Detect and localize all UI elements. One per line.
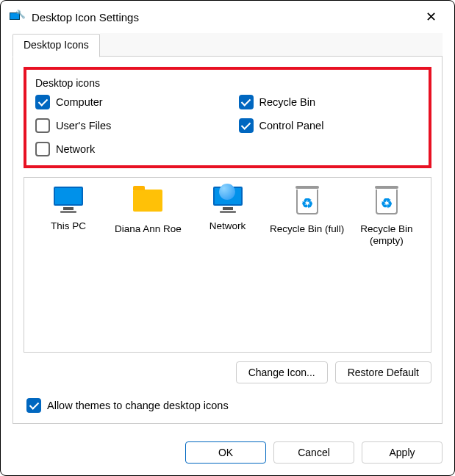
tabstrip-filler — [100, 33, 443, 57]
check-users-files[interactable]: User's Files — [35, 118, 217, 133]
cancel-button[interactable]: Cancel — [273, 441, 354, 464]
ok-button[interactable]: OK — [185, 441, 266, 464]
icon-label: Diana Ann Roe — [110, 223, 186, 235]
icon-preview-well: This PC Diana Ann Roe Network ♻ Recycle … — [24, 177, 431, 353]
icon-item-this-pc[interactable]: This PC — [30, 187, 107, 343]
checkbox-label: Allow themes to change desktop icons — [47, 400, 229, 411]
app-icon: 🔧 — [10, 10, 24, 24]
icon-label: Network — [189, 220, 265, 232]
dialog-footer: OK Cancel Apply — [1, 431, 454, 475]
window-title: Desktop Icon Settings — [32, 11, 416, 24]
apply-button[interactable]: Apply — [362, 441, 443, 464]
icon-item-network[interactable]: Network — [189, 187, 265, 343]
icon-label: Recycle Bin (empty) — [348, 223, 425, 247]
icon-item-recycle-full[interactable]: ♻ Recycle Bin (full) — [269, 187, 345, 343]
checkbox-icon — [239, 118, 254, 133]
allow-themes-checkbox[interactable]: Allow themes to change desktop icons — [24, 398, 431, 413]
restore-default-button[interactable]: Restore Default — [335, 361, 431, 383]
change-icon-button[interactable]: Change Icon... — [236, 361, 328, 383]
icon-buttons-row: Change Icon... Restore Default — [24, 361, 431, 383]
monitor-icon — [51, 187, 86, 216]
checkbox-icon — [35, 118, 50, 133]
icon-label: This PC — [30, 220, 107, 232]
network-icon — [210, 187, 246, 216]
icon-item-recycle-empty[interactable]: ♻ Recycle Bin (empty) — [348, 187, 425, 343]
content-area: Desktop Icons Desktop icons Computer Rec… — [1, 33, 454, 431]
tabstrip: Desktop Icons — [12, 33, 443, 57]
dialog-window: 🔧 Desktop Icon Settings ✕ Desktop Icons … — [0, 0, 455, 476]
titlebar: 🔧 Desktop Icon Settings ✕ — [1, 1, 454, 33]
close-icon: ✕ — [426, 9, 437, 25]
icon-label: Recycle Bin (full) — [269, 223, 345, 235]
recycle-bin-full-icon: ♻ — [290, 190, 325, 219]
close-button[interactable]: ✕ — [416, 5, 445, 29]
check-computer[interactable]: Computer — [35, 95, 217, 109]
checkbox-label: Network — [56, 143, 95, 155]
checkbox-icon — [35, 142, 50, 156]
checkbox-icon — [35, 95, 50, 109]
checkbox-icon — [26, 398, 41, 413]
icon-item-user-folder[interactable]: Diana Ann Roe — [110, 187, 186, 343]
checkbox-label: User's Files — [56, 120, 111, 131]
check-network[interactable]: Network — [35, 142, 217, 156]
tab-panel: Desktop icons Computer Recycle Bin User'… — [12, 57, 443, 424]
tab-desktop-icons[interactable]: Desktop Icons — [12, 34, 100, 57]
check-control-panel[interactable]: Control Panel — [239, 118, 420, 133]
checkbox-label: Recycle Bin — [259, 96, 316, 108]
checkbox-grid: Computer Recycle Bin User's Files Contro… — [35, 95, 420, 156]
check-recycle-bin[interactable]: Recycle Bin — [239, 95, 420, 109]
desktop-icons-group: Desktop icons Computer Recycle Bin User'… — [24, 67, 431, 168]
checkbox-label: Control Panel — [259, 120, 324, 131]
group-legend: Desktop icons — [35, 77, 420, 89]
recycle-bin-empty-icon: ♻ — [369, 190, 404, 219]
checkbox-icon — [239, 95, 254, 109]
checkbox-label: Computer — [56, 96, 103, 108]
folder-icon — [130, 190, 165, 219]
